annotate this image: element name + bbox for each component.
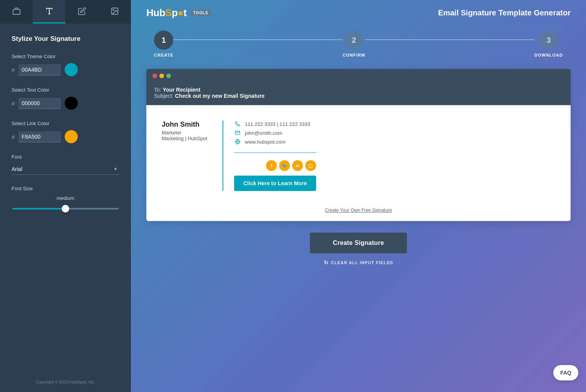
font-size-label: Font Size (12, 186, 119, 191)
text-hash: # (12, 100, 15, 107)
text-color-group: Select Text Color # (12, 87, 119, 110)
email-preview: To: Your Recipient Subject: Check out my… (146, 69, 571, 221)
step-circle-2: 2 (344, 30, 363, 50)
link-hash: # (12, 134, 15, 140)
sig-phone-row: 111 222 3333 | 111 222 3333 (234, 121, 316, 127)
sidebar: Stylize Your Signature Select Theme Colo… (0, 0, 131, 392)
text-color-input[interactable] (18, 98, 61, 109)
refresh-icon: ↻ (324, 260, 329, 266)
email-header-bar: To: Your Recipient Subject: Check out my… (146, 83, 571, 105)
sig-company: Marketing | HubSpot (162, 136, 212, 141)
main-content: HubSp●t TOOLS Email Signature Template G… (131, 0, 586, 392)
sig-contact-block: 111 222 3333 | 111 222 3333 john@smith.c… (223, 121, 316, 191)
tab-edit[interactable] (65, 0, 98, 23)
email-icon (234, 129, 241, 136)
instagram-icon[interactable]: ◻ (305, 160, 316, 171)
font-size-value: medium (12, 195, 119, 201)
step-label-2: CONFIRM (343, 53, 365, 57)
text-color-label: Select Text Color (12, 87, 119, 93)
font-size-slider[interactable] (12, 208, 119, 209)
link-color-group: Select Link Color # (12, 121, 119, 143)
sig-website-row: www.hubspot.com (234, 138, 316, 145)
signature-container: John Smith Marketer Marketing | HubSpot … (162, 117, 555, 195)
header: HubSp●t TOOLS Email Signature Template G… (131, 0, 586, 23)
step-1: 1 CREATE (154, 30, 173, 57)
font-select-wrapper: Arial Georgia Helvetica Times New Roman … (12, 164, 119, 175)
sig-phone: 111 222 3333 | 111 222 3333 (245, 121, 310, 127)
font-size-slider-wrapper (12, 204, 119, 211)
logo-dot: S (165, 7, 172, 18)
chrome-dot-red (152, 74, 157, 78)
sidebar-content: Stylize Your Signature Select Theme Colo… (0, 23, 131, 372)
logo-text: HubSp●t (146, 7, 187, 19)
actions-area: Create Signature ↻ CLEAR ALL INPUT FIELD… (131, 221, 586, 273)
clear-label: CLEAR ALL INPUT FIELDS (331, 260, 393, 265)
facebook-icon[interactable]: f (266, 160, 277, 171)
subject-label: Subject: (154, 93, 174, 99)
linkedin-icon[interactable]: in (292, 160, 303, 171)
font-size-group: Font Size medium (12, 186, 119, 211)
twitter-icon[interactable]: 🐦 (279, 160, 290, 171)
font-select[interactable]: Arial Georgia Helvetica Times New Roman … (12, 164, 119, 174)
social-icons: f 🐦 in ◻ (266, 160, 316, 171)
to-label: To: (154, 87, 161, 93)
email-footer: Create Your Own Free Signature (146, 206, 571, 221)
step-circle-1: 1 (154, 30, 173, 50)
logo-dot2: ● (177, 7, 183, 18)
step-label-1: CREATE (154, 53, 173, 57)
step-3: 3 DOWNLOAD (534, 30, 563, 57)
tab-briefcase[interactable] (0, 0, 33, 23)
email-to-line: To: Your Recipient (154, 87, 563, 93)
step-label-3: DOWNLOAD (534, 53, 563, 57)
text-color-swatch[interactable] (65, 97, 78, 110)
sig-email-row: john@smith.com (234, 129, 316, 136)
sig-email: john@smith.com (245, 130, 282, 136)
sig-name-block: John Smith Marketer Marketing | HubSpot (162, 121, 223, 191)
theme-color-row: # (12, 63, 119, 76)
svg-rect-0 (13, 9, 20, 14)
footer-link[interactable]: Create Your Own Free Signature (325, 208, 392, 213)
to-value: Your Recipient (163, 87, 201, 93)
sidebar-tabs (0, 0, 131, 23)
sig-divider (234, 152, 316, 153)
subject-value: Check out my new Email Signature (175, 93, 265, 99)
theme-hash: # (12, 67, 15, 73)
tab-text[interactable] (33, 0, 65, 23)
step-circle-3: 3 (539, 30, 558, 50)
step-number-1: 1 (162, 36, 166, 45)
theme-color-swatch[interactable] (65, 63, 78, 76)
faq-button[interactable]: FAQ (553, 365, 578, 380)
svg-point-4 (113, 9, 114, 10)
font-group: Font Arial Georgia Helvetica Times New R… (12, 154, 119, 175)
sig-social-cta: f 🐦 in ◻ Click Here to Learn More (234, 160, 316, 191)
step-number-2: 2 (352, 36, 356, 45)
website-icon (234, 138, 241, 145)
step-line-2 (365, 39, 534, 40)
step-2: 2 CONFIRM (343, 30, 365, 57)
sidebar-footer: Copyright © 2019 HubSpot, Inc. (0, 372, 131, 392)
sidebar-title: Stylize Your Signature (12, 35, 119, 43)
theme-color-input[interactable] (18, 64, 61, 75)
chrome-dot-green (166, 74, 171, 78)
tab-image[interactable] (98, 0, 131, 23)
step-line-1 (173, 39, 343, 40)
chrome-dot-yellow (159, 74, 164, 78)
link-color-swatch[interactable] (65, 130, 78, 143)
tools-badge: TOOLS (191, 10, 211, 16)
phone-icon (234, 121, 241, 127)
email-subject-line: Subject: Check out my new Email Signatur… (154, 93, 563, 99)
header-title: Email Signature Template Generator (438, 8, 571, 17)
cta-button[interactable]: Click Here to Learn More (234, 176, 316, 191)
link-color-row: # (12, 130, 119, 143)
steps-bar: 1 CREATE 2 CONFIRM 3 DOWNLOAD (131, 23, 586, 69)
email-chrome (146, 69, 571, 83)
theme-color-label: Select Theme Color (12, 54, 119, 59)
theme-color-group: Select Theme Color # (12, 54, 119, 76)
sig-job-title: Marketer (162, 130, 212, 136)
create-signature-button[interactable]: Create Signature (310, 233, 407, 253)
font-label: Font (12, 154, 119, 160)
link-color-input[interactable] (18, 131, 61, 142)
clear-fields-link[interactable]: ↻ CLEAR ALL INPUT FIELDS (324, 260, 393, 266)
step-number-3: 3 (546, 36, 551, 45)
logo-area: HubSp●t TOOLS (146, 7, 211, 19)
